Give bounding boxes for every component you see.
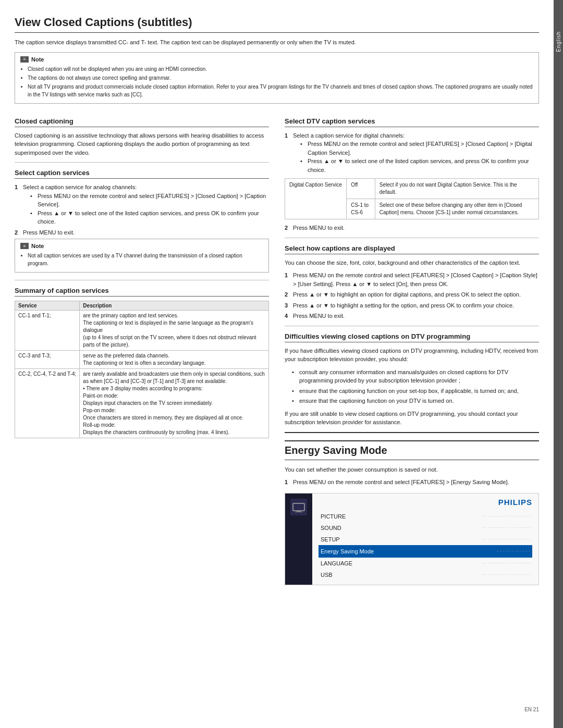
step-2-text: Press MENU to exit. <box>23 228 75 237</box>
tv-menu-content: PHILIPS PICTURE · · · · · · · · · · · · … <box>312 493 538 585</box>
note-box-1: ≡ Note Closed caption will not be displa… <box>15 52 539 104</box>
dtv-step-2-text: Press MENU to exit. <box>293 224 345 232</box>
tv-menu-item-language: LANGUAGE · · · · · · · · · · · · · · · ·… <box>319 558 532 569</box>
tv-menu-items: PICTURE · · · · · · · · · · · · · · · · … <box>319 511 532 581</box>
tv-menu-sound-dots: · · · · · · · · · · · · · · · · · <box>482 523 530 533</box>
col-right: Select DTV caption services 1 Select a c… <box>285 111 539 702</box>
dtv-off-label: Off <box>347 179 375 199</box>
note-item-2-1: Not all caption services are used by a T… <box>28 252 263 267</box>
tv-icon <box>290 499 307 515</box>
side-tab-label: English <box>556 31 561 52</box>
tv-menu-item-setup: SETUP · · · · · · · · · · · · · · · · · <box>319 534 532 545</box>
dtv-step-2-row: 2 Press MENU to exit. <box>285 224 539 232</box>
energy-step-1-text: Press MENU on the remote control and sel… <box>293 478 509 487</box>
divider-4 <box>285 326 539 326</box>
dtv-off-desc: Select if you do not want Digital Captio… <box>375 179 538 199</box>
step-1-b2-text: Press ▲ or ▼ to select one of the listed… <box>38 209 269 226</box>
tv-menu-sound-label: SOUND <box>321 522 341 534</box>
tv-menu-energy-label: Energy Saving Mode <box>321 546 374 557</box>
step-1-content: Select a caption service for analog chan… <box>23 183 269 226</box>
select-dtv-steps: 1 Select a caption service for digital c… <box>285 131 539 175</box>
tv-menu-usb-dots: · · · · · · · · · · · · · · · · · <box>482 570 530 580</box>
dtv-row-header: Digital Caption Service <box>285 179 347 219</box>
note-item-1-2: The captions do not always use correct s… <box>28 74 533 82</box>
col-left: Closed captioning Closed captioning is a… <box>15 111 269 702</box>
svg-rect-2 <box>295 512 302 512</box>
summary-service-2: CC-2, CC-4, T-2 and T-4; <box>15 369 80 438</box>
closed-captioning-text: Closed captioning is an assistive techno… <box>15 131 269 157</box>
closed-captioning-title: Closed captioning <box>15 117 269 127</box>
difficulties-b2: • ensure that the captioning function on… <box>285 387 539 396</box>
tv-menu-header: PHILIPS <box>319 498 532 507</box>
tv-menu-item-usb: USB · · · · · · · · · · · · · · · · · <box>319 569 532 581</box>
tv-menu-picture-dots: · · · · · · · · · · · · · · · · · <box>482 511 530 522</box>
tv-menu-language-label: LANGUAGE <box>321 558 352 569</box>
page-number: EN 21 <box>15 707 539 712</box>
tv-menu-item-energy: Energy Saving Mode · · · · · · · · · · ·… <box>319 545 532 558</box>
how-step-2: 2 Press ▲ or ▼ to highlight an option fo… <box>285 290 539 299</box>
difficulties-b3-text: ensure that the captioning function on y… <box>299 397 454 405</box>
tv-menu-picture-label: PICTURE <box>321 511 346 522</box>
two-col-layout: Closed captioning Closed captioning is a… <box>15 111 539 702</box>
step-1-b1-text: Press MENU on the remote control and sel… <box>38 192 269 209</box>
summary-service-0: CC-1 and T-1; <box>15 311 80 351</box>
select-caption-title: Select caption services <box>15 169 269 179</box>
select-how-title: Select how captions are displayed <box>285 244 539 254</box>
tv-menu-setup-dots: · · · · · · · · · · · · · · · · · <box>482 534 530 545</box>
difficulties-b2-text: ensure that the captioning function on y… <box>299 387 519 396</box>
side-tab: English <box>554 0 563 728</box>
tv-menu-usb-label: USB <box>321 569 333 581</box>
note-header-2: ≡ Note <box>20 243 263 249</box>
tv-menu-language-dots: · · · · · · · · · · · · · · · · · <box>482 558 530 569</box>
table-row: CC-2, CC-4, T-2 and T-4; are rarely avai… <box>15 369 269 438</box>
divider-1 <box>15 162 269 163</box>
how-step-4-text: Press MENU to exit. <box>293 312 345 320</box>
intro-text: The caption service displays transmitted… <box>15 38 539 47</box>
note-label-2: Note <box>31 243 44 249</box>
dtv-step-1-content: Select a caption service for digital cha… <box>293 131 539 175</box>
dtv-step-1-b1: • Press MENU on the remote control and s… <box>293 140 539 157</box>
divider-3 <box>285 238 539 238</box>
divider-5 <box>285 432 539 433</box>
energy-saving-intro: You can set whether the power consumptio… <box>285 465 539 474</box>
how-step-4: 4 Press MENU to exit. <box>285 312 539 320</box>
how-step-1: 1 Press MENU on the remote control and s… <box>285 271 539 288</box>
philips-logo: PHILIPS <box>498 498 532 507</box>
difficulties-title: Difficulties viewing closed captions on … <box>285 332 539 342</box>
note-item-1-1: Closed caption will not be displayed whe… <box>28 65 533 73</box>
tv-svg <box>292 502 305 512</box>
svg-rect-0 <box>293 503 304 511</box>
table-row: CC-3 and T-3; serve as the preferred dat… <box>15 351 269 369</box>
step-2-row: 2 Press MENU to exit. <box>15 228 269 237</box>
dtv-cs-label: CS-1 to CS-6 <box>347 199 375 219</box>
page-title: View Closed Captions (subtitles) <box>15 16 539 33</box>
table-row: CC-1 and T-1; are the primary caption an… <box>15 311 269 351</box>
tv-menu-sidebar <box>285 493 312 585</box>
summary-service-1: CC-3 and T-3; <box>15 351 80 369</box>
summary-col-desc: Description <box>80 301 269 311</box>
energy-saving-title: Energy Saving Mode <box>285 440 539 460</box>
table-row: Digital Caption Service Off Select if yo… <box>285 179 539 199</box>
difficulties-b1: • consult any consumer information and m… <box>285 368 539 385</box>
note-item-1-3: Not all TV programs and product commerci… <box>28 83 533 98</box>
energy-step-1: 1 Press MENU on the remote control and s… <box>285 478 539 487</box>
difficulties-b3: • ensure that the captioning function on… <box>285 397 539 405</box>
tv-menu-setup-label: SETUP <box>321 534 340 545</box>
dtv-step-1-b2: • Press ▲ or ▼ to select one of the list… <box>293 157 539 174</box>
select-how-intro: You can choose the size, font, color, ba… <box>285 258 539 267</box>
tv-menu-item-sound: SOUND · · · · · · · · · · · · · · · · · <box>319 522 532 534</box>
dtv-step-1-row: 1 Select a caption service for digital c… <box>285 131 539 175</box>
note-icon-1: ≡ <box>20 56 29 63</box>
summary-title: Summary of caption services <box>15 287 269 297</box>
difficulties-outro: If you are still unable to view closed c… <box>285 410 539 427</box>
step-1-row: 1 Select a caption service for analog ch… <box>15 183 269 226</box>
difficulties-b1-text: consult any consumer information and man… <box>299 368 539 385</box>
tv-menu-energy-dots: · · · · · · · · · · · · <box>497 546 530 557</box>
svg-rect-1 <box>297 511 301 512</box>
summary-desc-0: are the primary caption and text service… <box>80 311 269 351</box>
divider-2 <box>15 280 269 280</box>
step-1-b2: • Press ▲ or ▼ to select one of the list… <box>23 209 269 226</box>
step-2-num: 2 <box>15 228 21 237</box>
how-step-1-text: Press MENU on the remote control and sel… <box>293 271 539 288</box>
tv-menu-box: PHILIPS PICTURE · · · · · · · · · · · · … <box>285 493 539 585</box>
